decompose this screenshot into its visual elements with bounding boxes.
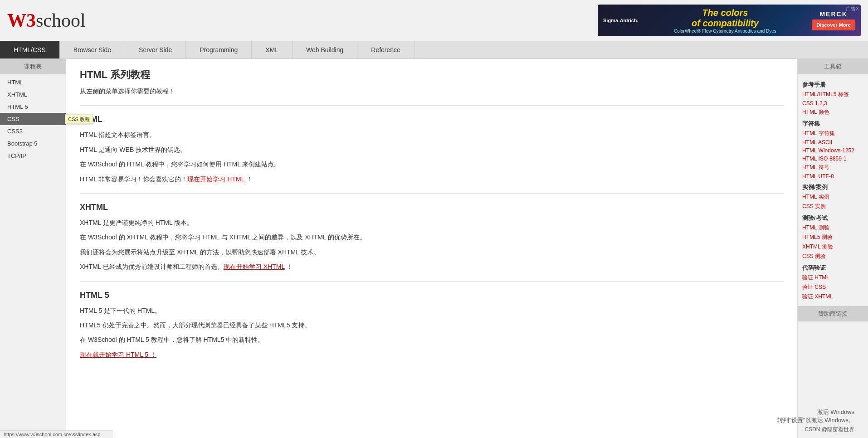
right-link-html-ascii[interactable]: HTML ASCII [798, 138, 868, 146]
right-link-html-examples[interactable]: HTML 实例 [798, 192, 868, 202]
divider-1 [80, 193, 784, 194]
main-content: HTML 系列教程 从左侧的菜单选择你需要的教程！ HTML HTML 指超文本… [66, 59, 798, 438]
right-link-html-iso[interactable]: HTML ISO-8859-1 [798, 155, 868, 163]
windows-activate: 激活 Windows 转到"设置"以激活 Windows。 [777, 408, 854, 424]
right-link-validate-xhtml[interactable]: 验证 XHTML [798, 292, 868, 302]
right-bottom-banner: 赞助商链接 [798, 306, 868, 321]
ad-sigma-label: Sigma-Aldrich. [603, 18, 639, 23]
right-link-html-utf8[interactable]: HTML UTF-8 [798, 172, 868, 180]
xhtml-p4: XHTML 已经成为优秀前端设计师和工程师的首选。现在开始学习 XHTML ！ [80, 262, 784, 272]
html5-p4: 现在就开始学习 HTML 5 ！ [80, 350, 784, 360]
divider-2 [80, 281, 784, 282]
html-p2: HTML 是通向 WEB 技术世界的钥匙。 [80, 145, 784, 155]
section-xhtml-heading: XHTML [80, 203, 784, 212]
ad-headline: The colors of compatibility ColorWheel® … [674, 8, 776, 34]
main-layout: 课程表 HTML XHTML HTML 5 CSS CSS 教程 CSS3 Bo… [0, 59, 868, 438]
nav-reference[interactable]: Reference [357, 41, 414, 58]
right-link-xhtml-quiz[interactable]: XHTML 测验 [798, 242, 868, 252]
right-link-html-win1252[interactable]: HTML Windows-1252 [798, 146, 868, 155]
nav-html-css[interactable]: HTML/CSS [0, 41, 60, 58]
win-activate-line1: 激活 Windows [777, 408, 854, 416]
sidebar: 课程表 HTML XHTML HTML 5 CSS CSS 教程 CSS3 Bo… [0, 59, 66, 438]
right-link-html-quiz[interactable]: HTML 测验 [798, 223, 868, 233]
right-link-css-examples[interactable]: CSS 实例 [798, 202, 868, 211]
logo-w3: W3 [7, 10, 36, 31]
sidebar-item-tcpip[interactable]: TCP/IP [0, 150, 66, 162]
right-section-validate: 代码验证 [798, 261, 868, 273]
xhtml-p3: 我们还将会为您展示将站点升级至 XHTML 的方法，以帮助您快速部署 XHTML… [80, 247, 784, 257]
html-start-link[interactable]: 现在开始学习 HTML [187, 175, 244, 183]
section-html-heading: HTML [80, 115, 784, 124]
status-bar: https://www.w3school.com.cn/css/index.as… [0, 430, 113, 438]
sidebar-item-css[interactable]: CSS CSS 教程 [0, 113, 66, 125]
sidebar-item-xhtml[interactable]: XHTML [0, 88, 66, 101]
right-link-html-symbol[interactable]: HTML 符号 [798, 163, 868, 172]
ad-close-icon[interactable]: 广告X [846, 5, 859, 12]
html5-p2: HTML5 仍处于完善之中。然而，大部分现代浏览器已经具备了某些 HTML5 支… [80, 320, 784, 330]
nav-web-building[interactable]: Web Building [293, 41, 357, 58]
right-link-html-charset[interactable]: HTML 字符集 [798, 129, 868, 138]
html-p3: 在 W3School 的 HTML 教程中，您将学习如何使用 HTML 来创建站… [80, 159, 784, 169]
sidebar-item-html5[interactable]: HTML 5 [0, 101, 66, 113]
ad-banner[interactable]: 广告X Sigma-Aldrich. The colors of compati… [598, 5, 861, 36]
ad-right: MERCK Discover More [812, 10, 855, 30]
right-link-css-quiz[interactable]: CSS 测验 [798, 252, 868, 261]
right-section-examples: 实例/案例 [798, 180, 868, 192]
xhtml-p1: XHTML 是更严谨更纯净的 HTML 版本。 [80, 218, 784, 228]
right-link-html-color[interactable]: HTML 颜色 [798, 107, 868, 117]
nav-programming[interactable]: Programming [186, 41, 252, 58]
right-sidebar-header: 工具箱 [798, 59, 868, 74]
right-section-reference: 参考手册 [798, 78, 868, 90]
ad-cta-button[interactable]: Discover More [812, 19, 855, 30]
html5-p1: HTML 5 是下一代的 HTML。 [80, 306, 784, 316]
nav-server-side[interactable]: Server Side [125, 41, 186, 58]
ad-bar: W3school 广告X Sigma-Aldrich. The colors o… [0, 0, 868, 41]
xhtml-start-link[interactable]: 现在开始学习 XHTML [224, 263, 285, 270]
right-link-html-tags[interactable]: HTML/HTML5 标签 [798, 90, 868, 99]
divider-top [80, 105, 784, 106]
logo-school: school [36, 10, 86, 31]
right-link-validate-css[interactable]: 验证 CSS [798, 282, 868, 292]
sidebar-item-html[interactable]: HTML [0, 76, 66, 88]
section-html5-heading: HTML 5 [80, 291, 784, 300]
html5-p3: 在 W3School 的 HTML 5 教程中，您将了解 HTML5 中的新特性… [80, 335, 784, 345]
right-link-html5-quiz[interactable]: HTML5 测验 [798, 233, 868, 242]
nav-bar: HTML/CSS Browser Side Server Side Progra… [0, 41, 868, 59]
html-p1: HTML 指超文本标签语言。 [80, 130, 784, 140]
sidebar-item-css3[interactable]: CSS3 [0, 125, 66, 137]
xhtml-p2: 在 W3School 的 XHTML 教程中，您将学习 HTML 与 XHTML… [80, 232, 784, 242]
right-link-css123[interactable]: CSS 1,2,3 [798, 99, 868, 107]
html-p4: HTML 非常容易学习！你会喜欢它的！现在开始学习 HTML ！ [80, 174, 784, 184]
sidebar-item-bootstrap5[interactable]: Bootstrap 5 [0, 137, 66, 150]
logo: W3school [7, 10, 86, 31]
nav-xml[interactable]: XML [252, 41, 293, 58]
right-section-charset: 字符集 [798, 117, 868, 129]
right-link-validate-html[interactable]: 验证 HTML [798, 273, 868, 282]
page-title: HTML 系列教程 [80, 68, 784, 82]
win-activate-line2: 转到"设置"以激活 Windows。 [777, 416, 854, 424]
csdn-tag: CSDN @隔窗看世界 [805, 426, 854, 433]
sidebar-header: 课程表 [0, 59, 66, 74]
html5-start-link[interactable]: 现在就开始学习 HTML 5 ！ [80, 351, 156, 358]
right-section-quiz: 测验/考试 [798, 211, 868, 223]
right-sidebar: 工具箱 参考手册 HTML/HTML5 标签 CSS 1,2,3 HTML 颜色… [798, 59, 868, 438]
page-subtitle: 从左侧的菜单选择你需要的教程！ [80, 86, 784, 96]
css-tooltip: CSS 教程 [65, 114, 93, 124]
nav-browser-side[interactable]: Browser Side [60, 41, 125, 58]
